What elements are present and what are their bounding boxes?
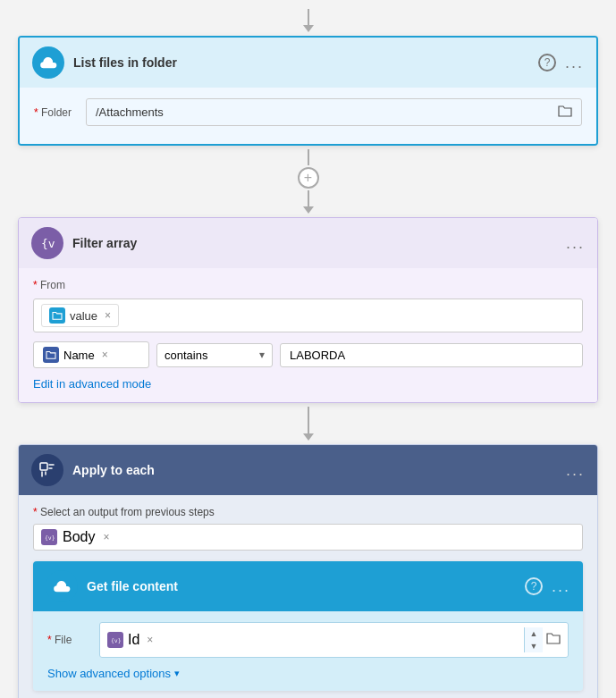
- list-files-body: Folder /Attachments: [20, 88, 596, 144]
- condition-value-text: LABORDA: [290, 349, 345, 362]
- folder-value: /Attachments: [96, 105, 164, 119]
- show-advanced-link[interactable]: Show advanced options ▾: [47, 667, 569, 680]
- list-files-actions: ? ...: [538, 54, 584, 72]
- get-file-icon: [46, 570, 78, 602]
- apply-each-more-button[interactable]: ...: [566, 461, 585, 480]
- id-tag-remove[interactable]: ×: [147, 634, 153, 646]
- body-tag-icon: {v}: [41, 529, 57, 545]
- stepper-up[interactable]: ▲: [525, 627, 543, 640]
- stepper: ▲ ▼: [524, 627, 543, 652]
- apply-each-card: Apply to each ... Select an output from …: [18, 444, 598, 698]
- list-files-help-button[interactable]: ?: [538, 54, 556, 71]
- value-tag: value ×: [41, 304, 119, 327]
- middle-connector: +: [298, 149, 319, 214]
- condition-name-remove[interactable]: ×: [102, 349, 108, 361]
- svg-rect-1: [40, 463, 47, 470]
- id-tag-icon: {v}: [107, 632, 123, 648]
- filter-array-body: From value × Name ×: [19, 268, 597, 402]
- apply-each-title: Apply to each: [72, 463, 557, 477]
- condition-name-icon: [43, 347, 59, 363]
- top-connector: [303, 9, 314, 32]
- show-advanced-text: Show advanced options: [47, 667, 171, 680]
- list-files-icon: [32, 46, 64, 79]
- edit-advanced-link[interactable]: Edit in advanced mode: [33, 377, 151, 391]
- file-field-row: File {v} Id ×: [47, 622, 569, 658]
- file-input[interactable]: {v} Id × ▲ ▼: [99, 622, 569, 658]
- body-tag-text: Body: [63, 529, 95, 545]
- svg-text:{v}: {v}: [111, 637, 121, 644]
- folder-field-row: Folder /Attachments: [34, 98, 582, 126]
- get-file-content-card: Get file content ? ... File {v}: [33, 561, 583, 691]
- condition-value-field[interactable]: LABORDA: [280, 343, 583, 367]
- select-output-label: Select an output from previous steps: [33, 506, 583, 518]
- lower-connector: [303, 407, 314, 441]
- get-file-actions: ? ...: [525, 577, 570, 596]
- svg-text:{v}: {v}: [41, 237, 55, 250]
- value-tag-text: value: [70, 309, 97, 323]
- condition-operator-text: contains: [165, 349, 207, 362]
- get-file-more-button[interactable]: ...: [552, 577, 570, 596]
- filter-condition-row: Name × contains ▾ LABORDA: [33, 341, 583, 368]
- list-files-card: List files in folder ? ... Folder /Attac…: [18, 36, 598, 146]
- folder-icon: [558, 105, 572, 120]
- file-input-inner: {v} Id ×: [107, 632, 153, 648]
- svg-text:{v}: {v}: [45, 534, 55, 542]
- add-step-button[interactable]: +: [298, 167, 319, 189]
- filter-array-header: {v} Filter array ...: [19, 218, 597, 268]
- get-file-header: Get file content ? ...: [33, 561, 583, 611]
- show-advanced-chevron-icon: ▾: [174, 668, 180, 679]
- folder-input[interactable]: /Attachments: [86, 98, 582, 126]
- get-file-help-button[interactable]: ?: [525, 577, 543, 595]
- apply-each-header: Apply to each ...: [19, 445, 597, 495]
- filter-array-actions: ...: [566, 234, 585, 253]
- value-tag-icon: [49, 307, 65, 324]
- output-tag-row[interactable]: {v} Body ×: [33, 524, 583, 551]
- value-tag-remove[interactable]: ×: [105, 309, 111, 322]
- get-file-title: Get file content: [87, 579, 516, 593]
- filter-array-title: Filter array: [72, 236, 557, 250]
- from-input[interactable]: value ×: [33, 299, 583, 332]
- condition-operator-select[interactable]: contains ▾: [156, 343, 273, 367]
- operator-chevron-icon: ▾: [259, 349, 265, 361]
- folder-label: Folder: [34, 106, 79, 119]
- stepper-down[interactable]: ▼: [525, 640, 543, 652]
- body-tag-remove[interactable]: ×: [103, 531, 109, 543]
- get-file-body: File {v} Id ×: [33, 611, 583, 691]
- condition-name-field[interactable]: Name ×: [33, 341, 149, 368]
- id-tag-text: Id: [128, 632, 139, 648]
- filter-array-icon: {v}: [31, 227, 63, 259]
- from-label: From: [33, 279, 78, 291]
- condition-name-text: Name: [63, 349, 95, 362]
- list-files-title: List files in folder: [73, 55, 529, 70]
- apply-each-actions: ...: [566, 461, 585, 480]
- apply-each-icon: [31, 454, 63, 486]
- apply-each-body: Select an output from previous steps {v}…: [19, 495, 597, 698]
- filter-array-more-button[interactable]: ...: [566, 234, 585, 253]
- file-folder-icon[interactable]: [546, 632, 561, 648]
- file-label: File: [47, 634, 92, 646]
- file-input-controls: ▲ ▼: [524, 627, 561, 652]
- filter-array-card: {v} Filter array ... From value ×: [18, 217, 598, 403]
- list-files-more-button[interactable]: ...: [565, 54, 584, 72]
- list-files-header: List files in folder ? ...: [20, 38, 596, 88]
- from-field-row: From: [33, 279, 583, 291]
